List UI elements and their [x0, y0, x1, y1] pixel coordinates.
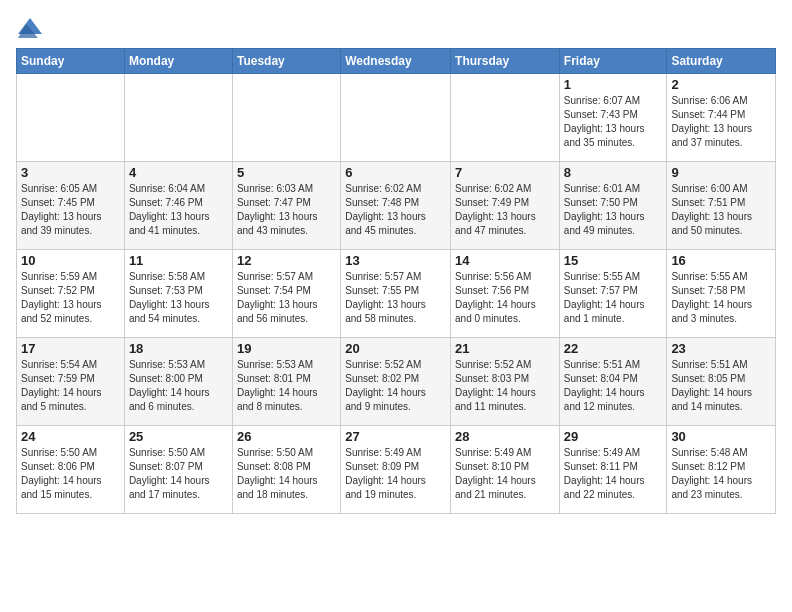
day-info: Sunrise: 6:07 AM Sunset: 7:43 PM Dayligh… [564, 94, 663, 150]
calendar-cell: 1Sunrise: 6:07 AM Sunset: 7:43 PM Daylig… [559, 74, 667, 162]
week-row-1: 1Sunrise: 6:07 AM Sunset: 7:43 PM Daylig… [17, 74, 776, 162]
calendar-cell: 28Sunrise: 5:49 AM Sunset: 8:10 PM Dayli… [451, 426, 560, 514]
day-header-tuesday: Tuesday [232, 49, 340, 74]
week-row-4: 17Sunrise: 5:54 AM Sunset: 7:59 PM Dayli… [17, 338, 776, 426]
calendar-cell: 7Sunrise: 6:02 AM Sunset: 7:49 PM Daylig… [451, 162, 560, 250]
day-info: Sunrise: 5:49 AM Sunset: 8:11 PM Dayligh… [564, 446, 663, 502]
day-info: Sunrise: 6:00 AM Sunset: 7:51 PM Dayligh… [671, 182, 771, 238]
calendar-cell: 5Sunrise: 6:03 AM Sunset: 7:47 PM Daylig… [232, 162, 340, 250]
calendar-cell: 21Sunrise: 5:52 AM Sunset: 8:03 PM Dayli… [451, 338, 560, 426]
calendar-cell: 26Sunrise: 5:50 AM Sunset: 8:08 PM Dayli… [232, 426, 340, 514]
day-number: 12 [237, 253, 336, 268]
day-header-monday: Monday [124, 49, 232, 74]
day-number: 15 [564, 253, 663, 268]
calendar-cell: 17Sunrise: 5:54 AM Sunset: 7:59 PM Dayli… [17, 338, 125, 426]
calendar-cell: 27Sunrise: 5:49 AM Sunset: 8:09 PM Dayli… [341, 426, 451, 514]
calendar-cell: 8Sunrise: 6:01 AM Sunset: 7:50 PM Daylig… [559, 162, 667, 250]
day-number: 17 [21, 341, 120, 356]
day-info: Sunrise: 5:50 AM Sunset: 8:06 PM Dayligh… [21, 446, 120, 502]
day-info: Sunrise: 6:04 AM Sunset: 7:46 PM Dayligh… [129, 182, 228, 238]
day-info: Sunrise: 5:56 AM Sunset: 7:56 PM Dayligh… [455, 270, 555, 326]
day-number: 10 [21, 253, 120, 268]
day-info: Sunrise: 5:49 AM Sunset: 8:10 PM Dayligh… [455, 446, 555, 502]
calendar-cell: 10Sunrise: 5:59 AM Sunset: 7:52 PM Dayli… [17, 250, 125, 338]
calendar-cell: 16Sunrise: 5:55 AM Sunset: 7:58 PM Dayli… [667, 250, 776, 338]
day-number: 7 [455, 165, 555, 180]
calendar-cell: 6Sunrise: 6:02 AM Sunset: 7:48 PM Daylig… [341, 162, 451, 250]
calendar-cell [124, 74, 232, 162]
calendar-cell: 3Sunrise: 6:05 AM Sunset: 7:45 PM Daylig… [17, 162, 125, 250]
week-row-2: 3Sunrise: 6:05 AM Sunset: 7:45 PM Daylig… [17, 162, 776, 250]
day-info: Sunrise: 5:51 AM Sunset: 8:05 PM Dayligh… [671, 358, 771, 414]
day-number: 16 [671, 253, 771, 268]
calendar-cell [17, 74, 125, 162]
day-info: Sunrise: 5:53 AM Sunset: 8:01 PM Dayligh… [237, 358, 336, 414]
day-info: Sunrise: 5:49 AM Sunset: 8:09 PM Dayligh… [345, 446, 446, 502]
calendar-cell: 15Sunrise: 5:55 AM Sunset: 7:57 PM Dayli… [559, 250, 667, 338]
day-info: Sunrise: 5:55 AM Sunset: 7:57 PM Dayligh… [564, 270, 663, 326]
day-info: Sunrise: 5:50 AM Sunset: 8:07 PM Dayligh… [129, 446, 228, 502]
calendar-cell [451, 74, 560, 162]
day-number: 1 [564, 77, 663, 92]
week-row-3: 10Sunrise: 5:59 AM Sunset: 7:52 PM Dayli… [17, 250, 776, 338]
calendar-cell: 13Sunrise: 5:57 AM Sunset: 7:55 PM Dayli… [341, 250, 451, 338]
day-number: 26 [237, 429, 336, 444]
day-header-saturday: Saturday [667, 49, 776, 74]
calendar-cell: 2Sunrise: 6:06 AM Sunset: 7:44 PM Daylig… [667, 74, 776, 162]
day-info: Sunrise: 6:02 AM Sunset: 7:48 PM Dayligh… [345, 182, 446, 238]
calendar-cell: 19Sunrise: 5:53 AM Sunset: 8:01 PM Dayli… [232, 338, 340, 426]
day-number: 21 [455, 341, 555, 356]
day-info: Sunrise: 5:57 AM Sunset: 7:55 PM Dayligh… [345, 270, 446, 326]
day-number: 5 [237, 165, 336, 180]
day-number: 8 [564, 165, 663, 180]
day-number: 28 [455, 429, 555, 444]
calendar-cell: 29Sunrise: 5:49 AM Sunset: 8:11 PM Dayli… [559, 426, 667, 514]
calendar-cell: 24Sunrise: 5:50 AM Sunset: 8:06 PM Dayli… [17, 426, 125, 514]
day-number: 25 [129, 429, 228, 444]
day-info: Sunrise: 6:02 AM Sunset: 7:49 PM Dayligh… [455, 182, 555, 238]
day-number: 6 [345, 165, 446, 180]
day-info: Sunrise: 5:59 AM Sunset: 7:52 PM Dayligh… [21, 270, 120, 326]
day-number: 22 [564, 341, 663, 356]
day-number: 2 [671, 77, 771, 92]
day-number: 11 [129, 253, 228, 268]
header-row: SundayMondayTuesdayWednesdayThursdayFrid… [17, 49, 776, 74]
day-info: Sunrise: 5:53 AM Sunset: 8:00 PM Dayligh… [129, 358, 228, 414]
day-number: 14 [455, 253, 555, 268]
day-number: 19 [237, 341, 336, 356]
day-info: Sunrise: 5:58 AM Sunset: 7:53 PM Dayligh… [129, 270, 228, 326]
day-header-sunday: Sunday [17, 49, 125, 74]
day-info: Sunrise: 5:55 AM Sunset: 7:58 PM Dayligh… [671, 270, 771, 326]
day-info: Sunrise: 5:48 AM Sunset: 8:12 PM Dayligh… [671, 446, 771, 502]
day-info: Sunrise: 5:52 AM Sunset: 8:02 PM Dayligh… [345, 358, 446, 414]
day-info: Sunrise: 5:51 AM Sunset: 8:04 PM Dayligh… [564, 358, 663, 414]
day-number: 4 [129, 165, 228, 180]
day-info: Sunrise: 6:05 AM Sunset: 7:45 PM Dayligh… [21, 182, 120, 238]
day-number: 24 [21, 429, 120, 444]
day-info: Sunrise: 5:57 AM Sunset: 7:54 PM Dayligh… [237, 270, 336, 326]
day-header-thursday: Thursday [451, 49, 560, 74]
calendar-table: SundayMondayTuesdayWednesdayThursdayFrid… [16, 48, 776, 514]
day-info: Sunrise: 5:52 AM Sunset: 8:03 PM Dayligh… [455, 358, 555, 414]
calendar-cell: 14Sunrise: 5:56 AM Sunset: 7:56 PM Dayli… [451, 250, 560, 338]
calendar-cell [341, 74, 451, 162]
day-number: 23 [671, 341, 771, 356]
day-number: 30 [671, 429, 771, 444]
calendar-cell [232, 74, 340, 162]
day-number: 18 [129, 341, 228, 356]
logo [16, 16, 48, 38]
day-number: 3 [21, 165, 120, 180]
calendar-cell: 25Sunrise: 5:50 AM Sunset: 8:07 PM Dayli… [124, 426, 232, 514]
day-number: 13 [345, 253, 446, 268]
page-header [16, 16, 776, 38]
day-info: Sunrise: 6:03 AM Sunset: 7:47 PM Dayligh… [237, 182, 336, 238]
day-number: 27 [345, 429, 446, 444]
calendar-cell: 9Sunrise: 6:00 AM Sunset: 7:51 PM Daylig… [667, 162, 776, 250]
day-info: Sunrise: 5:50 AM Sunset: 8:08 PM Dayligh… [237, 446, 336, 502]
calendar-cell: 4Sunrise: 6:04 AM Sunset: 7:46 PM Daylig… [124, 162, 232, 250]
calendar-cell: 18Sunrise: 5:53 AM Sunset: 8:00 PM Dayli… [124, 338, 232, 426]
day-info: Sunrise: 6:06 AM Sunset: 7:44 PM Dayligh… [671, 94, 771, 150]
calendar-cell: 30Sunrise: 5:48 AM Sunset: 8:12 PM Dayli… [667, 426, 776, 514]
day-number: 29 [564, 429, 663, 444]
logo-icon [16, 16, 44, 38]
